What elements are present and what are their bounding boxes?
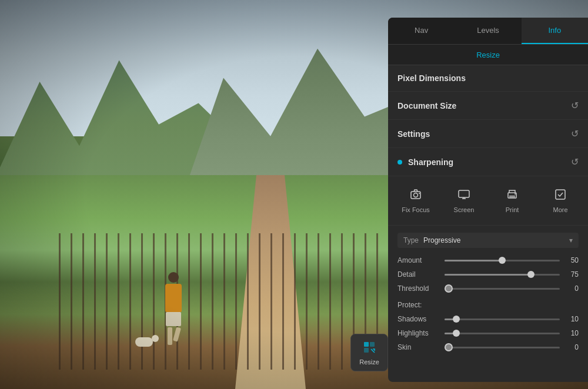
screen-icon (457, 188, 470, 204)
svg-rect-11 (364, 348, 369, 353)
svg-point-1 (414, 193, 418, 197)
skin-thumb[interactable] (445, 343, 453, 351)
svg-point-7 (514, 193, 516, 195)
threshold-thumb[interactable] (445, 284, 453, 293)
resize-fab[interactable]: Resize (350, 334, 388, 371)
action-more[interactable]: More (537, 183, 583, 218)
svg-rect-6 (509, 196, 515, 197)
threshold-label: Threshold (397, 284, 440, 293)
slider-shadows-row: Shadows 10 (397, 315, 579, 323)
svg-rect-8 (556, 190, 565, 199)
sharpening-dot (397, 160, 402, 165)
amount-value: 50 (564, 256, 579, 264)
detail-label: Detail (397, 270, 440, 279)
svg-rect-9 (364, 342, 369, 347)
type-value-text: Progressive (423, 236, 569, 244)
slider-threshold-row: Threshold 0 (397, 284, 579, 293)
screen-label: Screen (454, 206, 475, 213)
subtab-resize[interactable]: Resize (476, 51, 500, 59)
amount-track[interactable] (445, 260, 560, 261)
section-pixel-dimensions[interactable]: Pixel Dimensions (388, 65, 588, 92)
highlights-track[interactable] (445, 333, 560, 334)
amount-thumb[interactable] (499, 257, 506, 264)
panel: Nav Levels Info Resize Pixel Dimensions … (388, 18, 588, 382)
action-fix-focus[interactable]: Fix Focus (393, 183, 439, 218)
threshold-value: 0 (564, 284, 579, 293)
action-print[interactable]: Print (489, 183, 535, 218)
detail-track[interactable] (445, 274, 560, 276)
more-icon (554, 188, 567, 204)
tab-bar: Nav Levels Info (388, 18, 588, 45)
skin-track[interactable] (445, 347, 560, 348)
slider-amount-row: Amount 50 (397, 256, 579, 264)
reset-document-size-icon[interactable]: ↺ (571, 100, 579, 111)
svg-point-2 (419, 193, 420, 194)
section-settings[interactable]: Settings ↺ (388, 120, 588, 148)
threshold-track[interactable] (445, 288, 560, 290)
amount-label: Amount (397, 256, 440, 264)
resize-fab-icon (362, 340, 376, 357)
detail-value: 75 (564, 270, 579, 279)
section-document-size[interactable]: Document Size ↺ (388, 92, 588, 120)
shadows-thumb[interactable] (453, 316, 460, 323)
reset-settings-icon[interactable]: ↺ (571, 128, 579, 139)
dog-figure (135, 330, 159, 354)
svg-rect-3 (459, 190, 469, 197)
reset-sharpening-icon[interactable]: ↺ (571, 156, 579, 167)
subtab-bar: Resize (388, 45, 588, 65)
tab-info[interactable]: Info (522, 18, 588, 44)
slider-skin-row: Skin 0 (397, 343, 579, 351)
highlights-thumb[interactable] (453, 330, 460, 337)
slider-detail-row: Detail 75 (397, 270, 579, 279)
print-label: Print (506, 206, 519, 213)
highlights-label: Highlights (397, 329, 440, 337)
amount-fill (445, 260, 502, 261)
section-sharpening[interactable]: Sharpening ↺ (388, 148, 588, 176)
more-label: More (553, 206, 567, 213)
print-icon (506, 188, 519, 204)
quick-actions-bar: Fix Focus Screen (388, 176, 588, 226)
shadows-value: 10 (564, 315, 579, 323)
fence (59, 233, 382, 370)
highlights-value: 10 (564, 329, 579, 337)
fix-focus-icon (409, 188, 422, 204)
panel-content: Pixel Dimensions Document Size ↺ Setting… (388, 65, 588, 382)
type-dropdown[interactable]: Type Progressive ▾ (397, 233, 579, 248)
skin-label: Skin (397, 343, 440, 351)
tab-levels[interactable]: Levels (455, 18, 521, 44)
protect-section-label: Protect: (397, 299, 579, 309)
action-screen[interactable]: Screen (441, 183, 487, 218)
fix-focus-label: Fix Focus (402, 206, 430, 213)
dropdown-arrow-icon: ▾ (569, 236, 573, 244)
type-label-text: Type (403, 236, 419, 244)
svg-rect-10 (370, 342, 375, 347)
detail-thumb[interactable] (527, 271, 534, 278)
skin-value: 0 (564, 343, 579, 351)
resize-fab-label: Resize (359, 358, 379, 365)
shadows-track[interactable] (445, 318, 560, 320)
shadows-label: Shadows (397, 315, 440, 323)
tab-nav[interactable]: Nav (388, 18, 455, 44)
person-figure (159, 272, 188, 343)
controls-area: Type Progressive ▾ Amount 50 Detail (388, 226, 588, 364)
slider-highlights-row: Highlights 10 (397, 329, 579, 337)
detail-fill (445, 274, 531, 276)
